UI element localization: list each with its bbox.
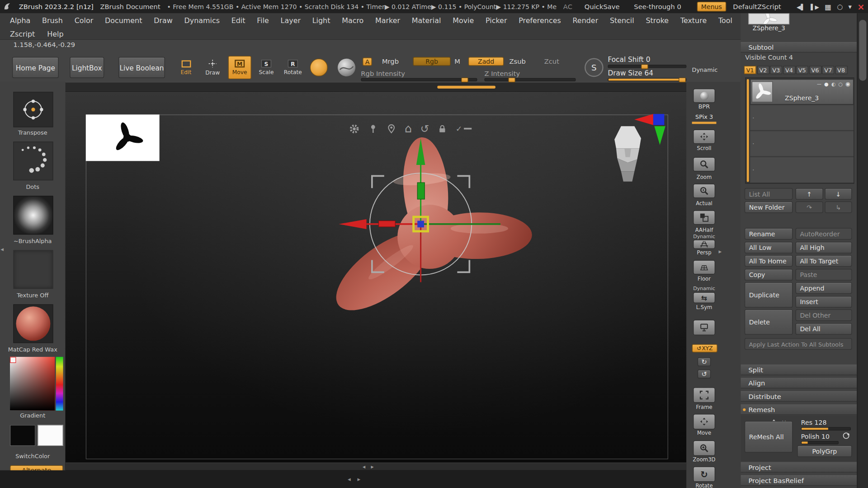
brush-alpha-thumbnail[interactable] — [13, 196, 53, 235]
polish-circle-toggle[interactable] — [843, 432, 850, 439]
rotate-z-button[interactable]: ↺ — [698, 370, 711, 379]
doc-scroll-right-icon[interactable]: ▸ — [357, 475, 360, 483]
move-to-folder-button[interactable]: ↷ — [796, 202, 823, 213]
wire-sphere-icon[interactable]: ○ — [838, 81, 843, 86]
draw-size-slider[interactable] — [608, 78, 686, 81]
menu-preferences[interactable]: Preferences — [519, 16, 561, 24]
canvas[interactable]: ⌂ ↺ ✓ — [65, 92, 686, 470]
focal-icon[interactable]: S — [585, 58, 604, 77]
matcap-thumbnail[interactable] — [13, 304, 53, 343]
shaded-sphere-icon[interactable]: ● — [824, 81, 829, 86]
zcut-toggle[interactable]: Zcut — [544, 57, 559, 65]
copy-button[interactable]: Copy — [745, 269, 793, 281]
align-section-header[interactable]: Align — [741, 378, 857, 388]
rotate-y-button[interactable]: ↻ — [698, 357, 711, 366]
distribute-section-header[interactable]: Distribute — [741, 391, 857, 402]
dynamic-toggle[interactable]: Dynamic — [692, 66, 718, 73]
split-section-header[interactable]: Split — [741, 365, 857, 375]
subtool-row-empty[interactable]: · — [750, 105, 854, 131]
move-view-button[interactable] — [693, 414, 715, 429]
visibility-eye-icon[interactable]: ◉ — [845, 81, 850, 87]
mrgb-toggle[interactable]: Mrgb — [382, 57, 399, 65]
paste-button[interactable]: Paste — [796, 269, 852, 281]
tab-v3[interactable]: V3 — [770, 66, 782, 74]
subtool-row-empty[interactable]: · — [750, 157, 854, 183]
quicksave-button[interactable]: QuickSave — [585, 3, 620, 10]
subtool-scrollbar[interactable] — [747, 79, 749, 182]
rgb-intensity-slider[interactable] — [361, 78, 477, 81]
subtool-row-empty[interactable]: · — [750, 131, 854, 156]
menu-marker[interactable]: Marker — [375, 16, 400, 24]
frame-button[interactable] — [693, 387, 715, 403]
apply-last-action-button[interactable]: Apply Last Action To All Subtools — [745, 338, 852, 350]
all-to-home-button[interactable]: All To Home — [745, 255, 793, 267]
pen-icon[interactable]: — — [817, 81, 821, 86]
project-section-header[interactable]: Project — [741, 462, 857, 472]
spix-slider[interactable] — [692, 122, 717, 124]
list-all-button[interactable]: List All — [745, 188, 793, 200]
floor-button[interactable] — [693, 260, 715, 275]
left-divider-arrow[interactable]: ◂ — [0, 246, 4, 253]
zoom3d-button[interactable] — [693, 441, 715, 456]
subtool-header[interactable]: Subtool — [741, 42, 857, 52]
lsym-button[interactable]: ⇆ — [693, 292, 715, 303]
home-page-button[interactable]: Home Page — [12, 57, 59, 78]
dock-right-icon[interactable]: ▌▶ — [811, 4, 819, 9]
panel-scrollbar-thumb[interactable] — [859, 20, 866, 81]
menu-dynamics[interactable]: Dynamics — [184, 16, 220, 24]
scroll-right-icon[interactable]: ▸ — [371, 464, 373, 469]
tab-v4[interactable]: V4 — [783, 66, 795, 74]
rename-button[interactable]: Rename — [745, 228, 793, 239]
menu-stroke[interactable]: Stroke — [646, 16, 669, 24]
right-divider-arrow[interactable]: ▸ — [718, 248, 722, 255]
rgb-intensity-handle[interactable] — [461, 77, 468, 82]
all-high-button[interactable]: All High — [796, 242, 852, 253]
draw-size-handle[interactable] — [679, 77, 686, 82]
rotate-view-button[interactable]: ↻ — [693, 466, 715, 482]
autoreorder-button[interactable]: AutoReorder — [796, 228, 852, 239]
polygrp-button[interactable]: PolyGrp — [797, 446, 852, 457]
menu-edit[interactable]: Edit — [231, 16, 245, 24]
secondary-color-swatch[interactable] — [38, 425, 63, 446]
stroke-icon[interactable] — [310, 59, 328, 76]
rgb-toggle[interactable]: Rgb — [413, 57, 450, 66]
new-folder-button[interactable]: New Folder — [745, 202, 793, 213]
zoom-button[interactable] — [693, 157, 715, 172]
scroll-button[interactable] — [693, 130, 715, 144]
subtool-row-active[interactable]: — ● ◐ ○ ◉ ZSphere_3 — [750, 79, 854, 104]
menu-help[interactable]: Help — [47, 30, 63, 38]
move-up-button[interactable]: ↑ — [796, 188, 823, 200]
scroll-left-icon[interactable]: ◂ — [363, 464, 365, 469]
remesh-all-button[interactable]: ReMesh All — [745, 421, 793, 453]
sv-square[interactable] — [10, 357, 55, 411]
hue-strip[interactable] — [56, 357, 63, 411]
ring-icon[interactable]: ○ — [837, 3, 843, 10]
zadd-toggle[interactable]: Zadd — [468, 57, 504, 66]
menu-color[interactable]: Color — [75, 16, 94, 24]
del-other-button[interactable]: Del Other — [796, 309, 852, 321]
m-toggle[interactable]: M — [454, 57, 460, 65]
alpha-sphere-icon[interactable] — [338, 59, 355, 76]
monitor-button[interactable] — [693, 320, 715, 335]
tab-v2[interactable]: V2 — [757, 66, 769, 74]
menu-material[interactable]: Material — [412, 16, 441, 24]
minimize-icon[interactable]: ▾ — [849, 3, 852, 10]
menu-stencil[interactable]: Stencil — [610, 16, 634, 24]
windows-grid-icon[interactable]: ▦ — [825, 3, 831, 11]
dock-left-icon[interactable]: ◀▌ — [797, 4, 805, 9]
aahalf-button[interactable] — [693, 210, 715, 225]
dots-thumbnail[interactable] — [13, 141, 53, 180]
z-intensity-handle[interactable] — [508, 77, 515, 82]
duplicate-button[interactable]: Duplicate — [745, 282, 793, 307]
menu-alpha[interactable]: Alpha — [10, 16, 30, 24]
z-intensity-slider[interactable] — [484, 78, 576, 81]
tab-v5[interactable]: V5 — [796, 66, 808, 74]
channel-a-toggle[interactable]: A — [363, 57, 372, 66]
res-slider[interactable] — [801, 427, 851, 430]
current-tool-thumbnail[interactable] — [749, 13, 790, 24]
all-low-button[interactable]: All Low — [745, 242, 793, 253]
local-xyz-button[interactable]: ↺XYZ — [692, 344, 717, 352]
menu-layer[interactable]: Layer — [281, 16, 301, 24]
bpr-button[interactable] — [693, 89, 715, 103]
move-button[interactable]: M Move — [228, 56, 251, 79]
